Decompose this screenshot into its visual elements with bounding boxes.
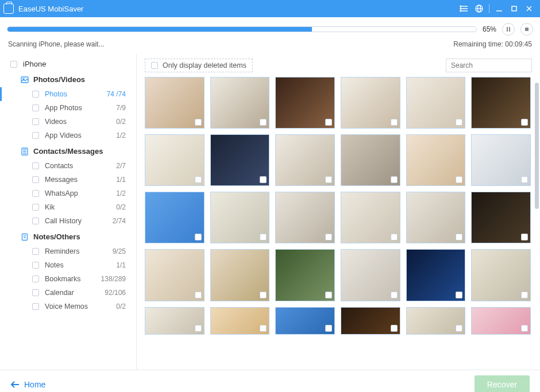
- thumbnail-checkbox[interactable]: [325, 325, 332, 332]
- thumbnail-checkbox[interactable]: [521, 292, 528, 298]
- thumbnail[interactable]: [406, 307, 466, 335]
- thumbnail-checkbox[interactable]: [260, 176, 267, 183]
- thumbnail-checkbox[interactable]: [521, 325, 528, 332]
- thumbnail[interactable]: [471, 77, 531, 129]
- thumbnail[interactable]: [145, 77, 205, 129]
- thumbnail-checkbox[interactable]: [195, 292, 202, 298]
- thumbnail[interactable]: [406, 77, 466, 129]
- thumbnail-checkbox[interactable]: [325, 176, 332, 183]
- sidebar-item-calendar[interactable]: Calendar92/106: [0, 286, 136, 300]
- close-icon[interactable]: [522, 1, 537, 16]
- thumbnail[interactable]: [406, 134, 466, 186]
- search-input[interactable]: [451, 61, 527, 69]
- thumbnail[interactable]: [471, 307, 531, 335]
- checkbox[interactable]: [32, 289, 39, 296]
- checkbox[interactable]: [32, 303, 39, 310]
- thumbnail-checkbox[interactable]: [456, 119, 462, 126]
- thumbnail-checkbox[interactable]: [521, 176, 528, 183]
- sidebar-section-contacts[interactable]: Contacts/Messages: [0, 142, 136, 159]
- thumbnail-checkbox[interactable]: [391, 234, 398, 240]
- sidebar-section-photos[interactable]: Photos/Videos: [0, 71, 136, 87]
- thumbnail-checkbox[interactable]: [195, 119, 202, 126]
- thumbnail[interactable]: [406, 192, 466, 243]
- thumbnail[interactable]: [275, 134, 335, 186]
- thumbnail[interactable]: [210, 192, 270, 243]
- sidebar-item-kik[interactable]: Kik0/2: [0, 200, 136, 214]
- thumbnail[interactable]: [275, 307, 335, 335]
- checkbox[interactable]: [32, 104, 39, 111]
- thumbnail[interactable]: [275, 77, 335, 129]
- thumbnail-checkbox[interactable]: [391, 119, 398, 126]
- checkbox[interactable]: [151, 62, 158, 69]
- globe-icon[interactable]: [472, 1, 487, 16]
- stop-button[interactable]: [520, 23, 533, 36]
- thumbnail-checkbox[interactable]: [391, 325, 398, 332]
- thumbnail-checkbox[interactable]: [325, 119, 332, 126]
- thumbnail-checkbox[interactable]: [391, 292, 398, 298]
- checkbox[interactable]: [32, 248, 39, 255]
- thumbnail-checkbox[interactable]: [195, 325, 202, 332]
- sidebar-item-app-photos[interactable]: App Photos7/9: [0, 101, 136, 115]
- checkbox[interactable]: [32, 190, 39, 197]
- thumbnail-checkbox[interactable]: [325, 234, 332, 240]
- list-icon[interactable]: [457, 1, 472, 16]
- sidebar-item-bookmarks[interactable]: Bookmarks138/289: [0, 272, 136, 286]
- recover-button[interactable]: Recover: [475, 375, 530, 393]
- checkbox[interactable]: [32, 275, 39, 282]
- checkbox[interactable]: [32, 176, 39, 183]
- thumbnail-checkbox[interactable]: [195, 176, 202, 183]
- scrollbar[interactable]: [535, 83, 539, 209]
- thumbnail[interactable]: [471, 134, 531, 186]
- home-link[interactable]: Home: [10, 380, 45, 389]
- thumbnail-checkbox[interactable]: [325, 292, 332, 298]
- sidebar-item-videos[interactable]: Videos0/2: [0, 115, 136, 129]
- sidebar-item-app-videos[interactable]: App Videos1/2: [0, 129, 136, 142]
- thumbnail[interactable]: [275, 192, 335, 243]
- thumbnail[interactable]: [275, 249, 335, 301]
- thumbnail-checkbox[interactable]: [260, 234, 267, 240]
- thumbnail-checkbox[interactable]: [521, 119, 528, 126]
- sidebar-item-photos[interactable]: Photos74 /74: [0, 87, 136, 101]
- thumbnail[interactable]: [210, 77, 270, 129]
- sidebar-root[interactable]: iPhone: [0, 57, 136, 71]
- thumbnail[interactable]: [145, 134, 205, 186]
- sidebar-item-messages[interactable]: Messages1/1: [0, 173, 136, 187]
- thumbnail-checkbox[interactable]: [260, 292, 267, 298]
- checkbox[interactable]: [32, 118, 39, 125]
- sidebar-item-call-history[interactable]: Call History2/74: [0, 214, 136, 228]
- thumbnail-checkbox[interactable]: [260, 119, 267, 126]
- minimize-icon[interactable]: [492, 1, 507, 16]
- thumbnail-checkbox[interactable]: [521, 234, 528, 240]
- sidebar-item-voice-memos[interactable]: Voice Memos0/2: [0, 300, 136, 313]
- filter-deleted-toggle[interactable]: Only display deleted items: [145, 59, 253, 72]
- sidebar-item-reminders[interactable]: Reminders9/25: [0, 244, 136, 258]
- thumbnail[interactable]: [145, 307, 205, 335]
- thumbnail[interactable]: [471, 192, 531, 243]
- thumbnail[interactable]: [210, 307, 270, 335]
- thumbnail[interactable]: [341, 307, 400, 335]
- thumbnail-checkbox[interactable]: [260, 325, 267, 332]
- thumbnail[interactable]: [341, 77, 400, 129]
- thumbnail-checkbox[interactable]: [391, 176, 398, 183]
- thumbnail[interactable]: [406, 249, 466, 301]
- sidebar-item-notes[interactable]: Notes1/1: [0, 258, 136, 272]
- thumbnail-checkbox[interactable]: [456, 292, 462, 298]
- thumbnail[interactable]: [210, 134, 270, 186]
- sidebar-item-whatsapp[interactable]: WhatsApp1/2: [0, 187, 136, 200]
- checkbox[interactable]: [32, 218, 39, 224]
- sidebar-item-contacts[interactable]: Contacts2/7: [0, 159, 136, 173]
- pause-button[interactable]: [502, 23, 515, 36]
- checkbox[interactable]: [10, 61, 17, 68]
- thumbnail[interactable]: [145, 192, 205, 243]
- thumbnail[interactable]: [210, 249, 270, 301]
- maximize-icon[interactable]: [507, 1, 522, 16]
- thumbnail-checkbox[interactable]: [456, 325, 462, 332]
- checkbox[interactable]: [32, 91, 39, 98]
- thumbnail[interactable]: [341, 192, 400, 243]
- thumbnail[interactable]: [471, 249, 531, 301]
- checkbox[interactable]: [32, 162, 39, 169]
- thumbnail[interactable]: [341, 134, 400, 186]
- sidebar-section-notes[interactable]: Notes/Others: [0, 228, 136, 244]
- search-box[interactable]: [446, 59, 532, 72]
- thumbnail-checkbox[interactable]: [456, 234, 462, 240]
